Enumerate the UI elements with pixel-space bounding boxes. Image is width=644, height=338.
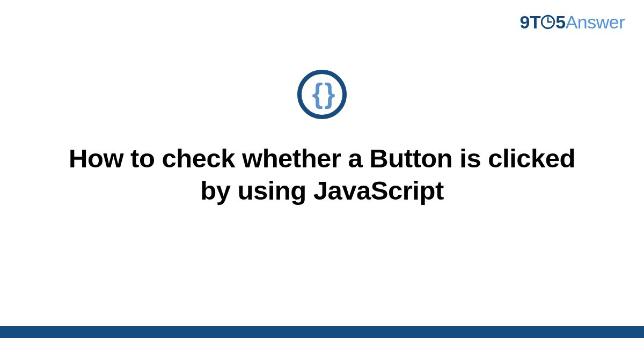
brand-logo: 9T5Answer	[520, 12, 625, 33]
main-content: { } How to check whether a Button is cli…	[0, 70, 644, 207]
page-title: How to check whether a Button is clicked…	[64, 143, 580, 207]
brand-part-answer: Answer	[566, 12, 625, 32]
clock-icon	[540, 14, 555, 30]
footer-accent-bar	[0, 326, 644, 338]
code-braces-icon: { }	[312, 79, 332, 107]
category-badge: { }	[297, 70, 347, 119]
brand-part-t: T	[530, 12, 540, 32]
brand-part-five: 5	[555, 12, 565, 32]
brand-part-nine: 9	[520, 12, 530, 32]
